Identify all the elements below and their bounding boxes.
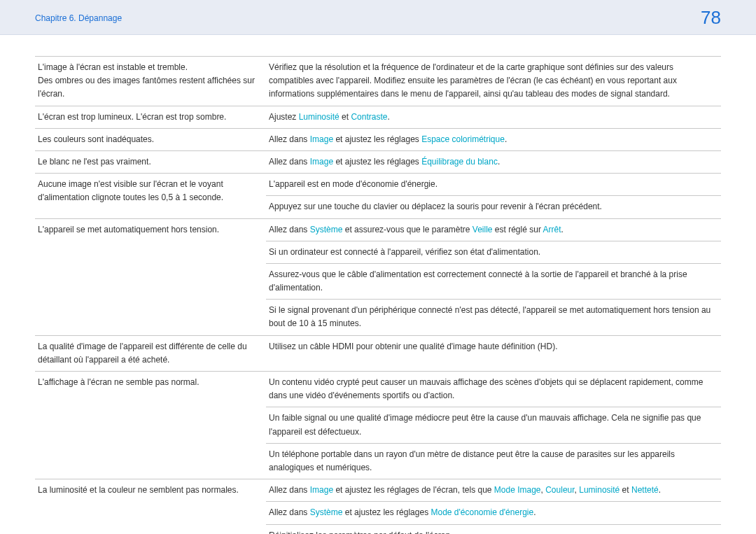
solution-text: Ajustez: [269, 112, 299, 122]
link-systeme[interactable]: Système: [310, 225, 343, 234]
link-luminosite[interactable]: Luminosité: [579, 485, 620, 495]
solution-text: .: [505, 134, 507, 144]
solution-cell: Un contenu vidéo crypté peut causer un m…: [266, 372, 721, 407]
solution-cell: Un téléphone portable dans un rayon d'un…: [266, 443, 721, 479]
solution-text: .: [533, 507, 536, 517]
solution-text: et ajustez les réglages: [342, 507, 430, 517]
link-contraste[interactable]: Contraste: [351, 112, 387, 122]
link-veille[interactable]: Veille: [472, 225, 493, 234]
solution-cell: Si le signal provenant d'un périphérique…: [266, 300, 721, 335]
table-row: L'écran est trop lumineux. L'écran est t…: [35, 106, 721, 128]
solution-text: Allez dans: [269, 157, 310, 167]
link-arret[interactable]: Arrêt: [543, 225, 561, 234]
link-image[interactable]: Image: [310, 134, 333, 144]
solution-cell: Utilisez un câble HDMI pour obtenir une …: [266, 335, 721, 371]
solution-cell: Vérifiez que la résolution et la fréquen…: [266, 57, 721, 106]
link-mode-image[interactable]: Mode Image: [494, 485, 541, 495]
solution-cell: Allez dans Image et ajustez les réglages…: [266, 150, 721, 173]
solution-cell: Allez dans Image et ajustez les réglages…: [266, 128, 721, 150]
solution-text: Allez dans: [269, 485, 310, 495]
solution-text: .: [498, 157, 500, 167]
link-image[interactable]: Image: [310, 157, 333, 167]
table-row: L'affichage à l'écran ne semble pas norm…: [35, 372, 721, 407]
link-mode-economie[interactable]: Mode d'économie d'énergie: [430, 507, 533, 517]
page-number: 78: [701, 7, 721, 29]
issue-cell: Aucune image n'est visible sur l'écran e…: [35, 174, 266, 218]
troubleshooting-table: L'image à l'écran est instable et trembl…: [35, 56, 721, 534]
solution-text: .: [561, 225, 564, 234]
issue-cell: L'écran est trop lumineux. L'écran est t…: [35, 106, 266, 128]
solution-cell: Ajustez Luminosité et Contraste.: [266, 106, 721, 128]
solution-text: Allez dans: [269, 225, 310, 234]
solution-text: et ajustez les réglages: [333, 157, 421, 167]
issue-text: L'image à l'écran est instable et trembl…: [38, 61, 260, 74]
solution-text: .: [659, 485, 661, 495]
solution-cell: Un faible signal ou une qualité d'image …: [266, 407, 721, 443]
issue-cell: Les couleurs sont inadéquates.: [35, 128, 266, 150]
solution-cell: Réinitialisez les paramètres par défaut …: [266, 524, 721, 534]
chapter-title: Chapitre 6. Dépannage: [35, 13, 122, 23]
solution-cell: Allez dans Système et ajustez les réglag…: [266, 502, 721, 524]
link-equilibrage-blanc[interactable]: Équilibrage du blanc: [421, 157, 498, 167]
troubleshooting-content: L'image à l'écran est instable et trembl…: [0, 35, 756, 534]
solution-text: Allez dans: [269, 507, 310, 517]
issue-cell: La luminosité et la couleur ne semblent …: [35, 479, 266, 534]
link-systeme[interactable]: Système: [310, 507, 343, 517]
solution-cell: Appuyez sur une touche du clavier ou dép…: [266, 196, 721, 218]
link-nettete[interactable]: Netteté: [631, 485, 659, 495]
solution-text: .: [387, 112, 389, 122]
solution-text: et ajustez les réglages: [333, 134, 421, 144]
solution-cell: Allez dans Image et ajustez les réglages…: [266, 479, 721, 502]
link-couleur[interactable]: Couleur: [545, 485, 574, 495]
solution-text: et: [340, 112, 351, 122]
table-row: Les couleurs sont inadéquates. Allez dan…: [35, 128, 721, 150]
table-row: L'appareil se met automatiquement hors t…: [35, 218, 721, 241]
solution-text: et assurez-vous que le paramètre: [342, 225, 472, 234]
page-header: Chapitre 6. Dépannage 78: [0, 0, 756, 35]
solution-cell: L'appareil est en mode d'économie d'éner…: [266, 174, 721, 196]
link-espace-colorimetrique[interactable]: Espace colorimétrique: [421, 134, 505, 144]
solution-text: et ajustez les réglages de l'écran, tels…: [333, 485, 494, 495]
issue-cell: L'appareil se met automatiquement hors t…: [35, 218, 266, 335]
solution-text: et: [620, 485, 631, 495]
table-row: La qualité d'image de l'appareil est dif…: [35, 335, 721, 371]
solution-cell: Si un ordinateur est connecté à l'appare…: [266, 241, 721, 263]
solution-text: Allez dans: [269, 134, 310, 144]
issue-cell: L'image à l'écran est instable et trembl…: [35, 57, 266, 106]
solution-cell: Allez dans Système et assurez-vous que l…: [266, 218, 721, 241]
issue-cell: Le blanc ne l'est pas vraiment.: [35, 150, 266, 173]
table-row: L'image à l'écran est instable et trembl…: [35, 57, 721, 106]
table-row: Aucune image n'est visible sur l'écran e…: [35, 174, 721, 196]
solution-text: est réglé sur: [493, 225, 543, 234]
table-row: Le blanc ne l'est pas vraiment. Allez da…: [35, 150, 721, 173]
issue-text: Des ombres ou des images fantômes resten…: [38, 74, 260, 101]
table-row: La luminosité et la couleur ne semblent …: [35, 479, 721, 502]
solution-cell: Assurez-vous que le câble d'alimentation…: [266, 263, 721, 299]
issue-cell: L'affichage à l'écran ne semble pas norm…: [35, 372, 266, 479]
link-image[interactable]: Image: [310, 485, 333, 495]
link-luminosite[interactable]: Luminosité: [299, 112, 340, 122]
issue-cell: La qualité d'image de l'appareil est dif…: [35, 335, 266, 371]
